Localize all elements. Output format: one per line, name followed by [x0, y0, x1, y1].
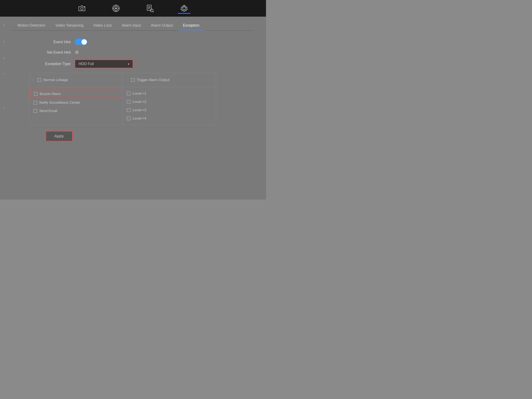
trigger-alarm-checkbox-row[interactable]: Trigger Alarm Output: [127, 76, 212, 84]
local-1-row[interactable]: Local->1: [123, 89, 216, 98]
dropdown-arrow-icon: ▾: [128, 62, 129, 66]
sub-tabs-bar: Motion Detection Video Tampering Video L…: [13, 21, 253, 31]
nav-item-playback[interactable]: [111, 4, 120, 13]
buzzer-alarm-row[interactable]: Buzzer Alarm: [30, 90, 121, 98]
event-hint-row: Event Hint: [29, 39, 237, 45]
svg-point-5: [115, 8, 117, 9]
nav-item-settings[interactable]: [180, 4, 189, 13]
toggle-knob: [82, 39, 87, 45]
local-2-row[interactable]: Local->2: [123, 98, 216, 106]
send-email-label: Send Email: [39, 109, 57, 113]
buzzer-alarm-label: Buzzer Alarm: [40, 92, 61, 96]
set-event-hint-label: Set Event Hint: [29, 50, 71, 55]
linkage-table-body: Buzzer Alarm Notify Surveillance Center …: [29, 87, 216, 125]
svg-point-1: [81, 7, 83, 10]
linkage-left-column: Buzzer Alarm Notify Surveillance Center …: [29, 87, 123, 125]
exception-type-value: HDD Full: [79, 62, 94, 66]
linkage-table: Normal Linkage Trigger Alarm Output: [29, 73, 216, 125]
send-email-row[interactable]: Send Email: [29, 107, 122, 115]
trigger-alarm-label: Trigger Alarm Output: [137, 78, 169, 82]
set-event-hint-row: Set Event Hint ⚙: [29, 50, 237, 55]
tab-exception[interactable]: Exception: [178, 21, 204, 31]
normal-linkage-checkbox-row[interactable]: Normal Linkage: [33, 76, 118, 84]
set-event-hint-gear-button[interactable]: ⚙: [75, 50, 79, 55]
notify-surveillance-row[interactable]: Notify Surveillance Center: [29, 99, 122, 107]
exception-type-label: Exception Type: [29, 62, 71, 66]
tab-video-tampering[interactable]: Video Tampering: [51, 21, 88, 31]
exception-type-dropdown[interactable]: HDD Full ▾: [75, 60, 133, 68]
sidebar-arrow-4[interactable]: ˅: [2, 73, 6, 77]
local-4-row[interactable]: Local->4: [123, 114, 216, 123]
notify-surveillance-checkbox[interactable]: [33, 101, 37, 105]
linkage-table-header: Normal Linkage Trigger Alarm Output: [29, 73, 216, 87]
normal-linkage-label: Normal Linkage: [44, 78, 68, 82]
event-hint-toggle[interactable]: [75, 39, 87, 45]
local-2-label: Local->2: [133, 100, 146, 104]
local-3-label: Local->3: [133, 108, 146, 112]
apply-button[interactable]: Apply: [46, 131, 73, 141]
exception-type-row: Exception Type HDD Full ▾: [29, 60, 237, 68]
tab-video-loss[interactable]: Video Loss: [89, 21, 117, 31]
tab-motion-detection[interactable]: Motion Detection: [13, 21, 51, 31]
tab-alarm-output[interactable]: Alarm Output: [146, 21, 178, 31]
playback-icon: [111, 4, 120, 13]
nav-item-camera[interactable]: [77, 4, 86, 13]
sidebar-arrow-2[interactable]: ›: [2, 39, 6, 44]
sidebar-arrow-1[interactable]: ›: [2, 23, 6, 27]
trigger-alarm-header: Trigger Alarm Output: [123, 73, 216, 87]
send-email-checkbox[interactable]: [33, 109, 37, 113]
local-1-label: Local->1: [133, 91, 146, 95]
content-area: › › › ˅ › Motion Detection Video Tamperi…: [0, 17, 266, 200]
normal-linkage-header: Normal Linkage: [29, 73, 123, 87]
screen: › › › ˅ › Motion Detection Video Tamperi…: [0, 0, 266, 200]
local-4-label: Local->4: [133, 116, 146, 120]
event-hint-label: Event Hint: [29, 40, 71, 44]
trigger-alarm-checkbox[interactable]: [131, 78, 135, 82]
svg-line-15: [153, 12, 154, 12]
linkage-right-column: Local->1 Local->2 Local->3 Local: [123, 87, 216, 125]
sidebar-arrow-3[interactable]: ›: [2, 56, 6, 60]
camera-icon: [77, 4, 86, 13]
local-1-checkbox[interactable]: [127, 92, 131, 95]
local-2-checkbox[interactable]: [127, 100, 131, 104]
nav-item-search[interactable]: [146, 4, 155, 13]
search-icon: [146, 4, 155, 13]
notify-surveillance-label: Notify Surveillance Center: [39, 101, 80, 105]
normal-linkage-checkbox[interactable]: [38, 78, 41, 82]
local-3-row[interactable]: Local->3: [123, 106, 216, 114]
top-nav-bar: [0, 0, 266, 17]
local-4-checkbox[interactable]: [127, 117, 131, 120]
buzzer-alarm-checkbox[interactable]: [34, 92, 38, 96]
local-3-checkbox[interactable]: [127, 108, 131, 112]
sidebar-arrow-5[interactable]: ›: [2, 106, 6, 110]
tab-alarm-input[interactable]: Alarm Input: [117, 21, 146, 31]
settings-gear-icon: [180, 4, 189, 13]
svg-point-16: [183, 7, 186, 10]
form-area: Event Hint Set Event Hint ⚙ Exception Ty…: [13, 37, 253, 143]
